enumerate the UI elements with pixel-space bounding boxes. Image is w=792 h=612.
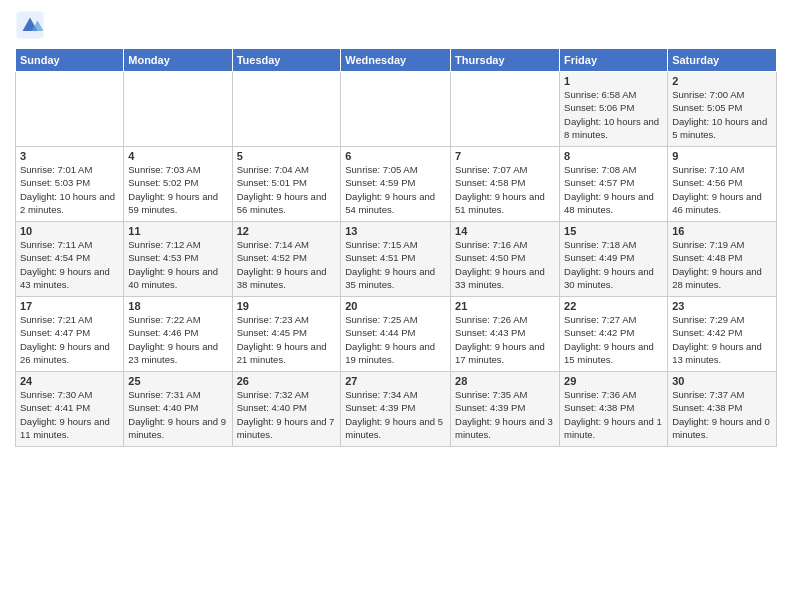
day-cell: 27Sunrise: 7:34 AM Sunset: 4:39 PM Dayli… — [341, 372, 451, 447]
day-number: 20 — [345, 300, 446, 312]
day-number: 7 — [455, 150, 555, 162]
weekday-header-monday: Monday — [124, 49, 232, 72]
day-cell: 6Sunrise: 7:05 AM Sunset: 4:59 PM Daylig… — [341, 147, 451, 222]
day-cell — [16, 72, 124, 147]
day-number: 11 — [128, 225, 227, 237]
week-row-3: 10Sunrise: 7:11 AM Sunset: 4:54 PM Dayli… — [16, 222, 777, 297]
day-info: Sunrise: 7:25 AM Sunset: 4:44 PM Dayligh… — [345, 313, 446, 366]
day-cell: 22Sunrise: 7:27 AM Sunset: 4:42 PM Dayli… — [560, 297, 668, 372]
day-number: 29 — [564, 375, 663, 387]
day-number: 15 — [564, 225, 663, 237]
weekday-header-sunday: Sunday — [16, 49, 124, 72]
day-cell: 21Sunrise: 7:26 AM Sunset: 4:43 PM Dayli… — [451, 297, 560, 372]
day-cell: 19Sunrise: 7:23 AM Sunset: 4:45 PM Dayli… — [232, 297, 341, 372]
day-info: Sunrise: 7:29 AM Sunset: 4:42 PM Dayligh… — [672, 313, 772, 366]
day-cell — [341, 72, 451, 147]
day-info: Sunrise: 7:14 AM Sunset: 4:52 PM Dayligh… — [237, 238, 337, 291]
day-info: Sunrise: 7:36 AM Sunset: 4:38 PM Dayligh… — [564, 388, 663, 441]
week-row-1: 1Sunrise: 6:58 AM Sunset: 5:06 PM Daylig… — [16, 72, 777, 147]
weekday-header-thursday: Thursday — [451, 49, 560, 72]
day-number: 2 — [672, 75, 772, 87]
header — [15, 10, 777, 40]
day-number: 17 — [20, 300, 119, 312]
day-info: Sunrise: 7:23 AM Sunset: 4:45 PM Dayligh… — [237, 313, 337, 366]
day-cell: 23Sunrise: 7:29 AM Sunset: 4:42 PM Dayli… — [668, 297, 777, 372]
day-info: Sunrise: 7:16 AM Sunset: 4:50 PM Dayligh… — [455, 238, 555, 291]
day-number: 9 — [672, 150, 772, 162]
day-number: 26 — [237, 375, 337, 387]
day-number: 24 — [20, 375, 119, 387]
day-cell: 17Sunrise: 7:21 AM Sunset: 4:47 PM Dayli… — [16, 297, 124, 372]
day-info: Sunrise: 6:58 AM Sunset: 5:06 PM Dayligh… — [564, 88, 663, 141]
day-number: 5 — [237, 150, 337, 162]
day-info: Sunrise: 7:26 AM Sunset: 4:43 PM Dayligh… — [455, 313, 555, 366]
weekday-header-friday: Friday — [560, 49, 668, 72]
day-number: 23 — [672, 300, 772, 312]
logo — [15, 10, 49, 40]
day-info: Sunrise: 7:34 AM Sunset: 4:39 PM Dayligh… — [345, 388, 446, 441]
week-row-5: 24Sunrise: 7:30 AM Sunset: 4:41 PM Dayli… — [16, 372, 777, 447]
day-info: Sunrise: 7:32 AM Sunset: 4:40 PM Dayligh… — [237, 388, 337, 441]
day-cell: 25Sunrise: 7:31 AM Sunset: 4:40 PM Dayli… — [124, 372, 232, 447]
day-info: Sunrise: 7:03 AM Sunset: 5:02 PM Dayligh… — [128, 163, 227, 216]
day-info: Sunrise: 7:18 AM Sunset: 4:49 PM Dayligh… — [564, 238, 663, 291]
day-info: Sunrise: 7:22 AM Sunset: 4:46 PM Dayligh… — [128, 313, 227, 366]
day-info: Sunrise: 7:08 AM Sunset: 4:57 PM Dayligh… — [564, 163, 663, 216]
day-cell — [124, 72, 232, 147]
day-number: 6 — [345, 150, 446, 162]
page-container: SundayMondayTuesdayWednesdayThursdayFrid… — [0, 0, 792, 452]
day-info: Sunrise: 7:19 AM Sunset: 4:48 PM Dayligh… — [672, 238, 772, 291]
day-cell: 28Sunrise: 7:35 AM Sunset: 4:39 PM Dayli… — [451, 372, 560, 447]
day-number: 19 — [237, 300, 337, 312]
day-cell: 15Sunrise: 7:18 AM Sunset: 4:49 PM Dayli… — [560, 222, 668, 297]
day-info: Sunrise: 7:05 AM Sunset: 4:59 PM Dayligh… — [345, 163, 446, 216]
day-info: Sunrise: 7:00 AM Sunset: 5:05 PM Dayligh… — [672, 88, 772, 141]
day-cell: 7Sunrise: 7:07 AM Sunset: 4:58 PM Daylig… — [451, 147, 560, 222]
day-number: 4 — [128, 150, 227, 162]
day-info: Sunrise: 7:31 AM Sunset: 4:40 PM Dayligh… — [128, 388, 227, 441]
day-cell: 13Sunrise: 7:15 AM Sunset: 4:51 PM Dayli… — [341, 222, 451, 297]
day-cell: 26Sunrise: 7:32 AM Sunset: 4:40 PM Dayli… — [232, 372, 341, 447]
day-info: Sunrise: 7:27 AM Sunset: 4:42 PM Dayligh… — [564, 313, 663, 366]
day-info: Sunrise: 7:12 AM Sunset: 4:53 PM Dayligh… — [128, 238, 227, 291]
day-number: 3 — [20, 150, 119, 162]
day-number: 13 — [345, 225, 446, 237]
day-cell: 24Sunrise: 7:30 AM Sunset: 4:41 PM Dayli… — [16, 372, 124, 447]
day-number: 1 — [564, 75, 663, 87]
day-cell: 2Sunrise: 7:00 AM Sunset: 5:05 PM Daylig… — [668, 72, 777, 147]
day-cell: 10Sunrise: 7:11 AM Sunset: 4:54 PM Dayli… — [16, 222, 124, 297]
day-cell: 16Sunrise: 7:19 AM Sunset: 4:48 PM Dayli… — [668, 222, 777, 297]
week-row-4: 17Sunrise: 7:21 AM Sunset: 4:47 PM Dayli… — [16, 297, 777, 372]
day-cell: 8Sunrise: 7:08 AM Sunset: 4:57 PM Daylig… — [560, 147, 668, 222]
day-cell: 14Sunrise: 7:16 AM Sunset: 4:50 PM Dayli… — [451, 222, 560, 297]
day-cell — [451, 72, 560, 147]
day-info: Sunrise: 7:15 AM Sunset: 4:51 PM Dayligh… — [345, 238, 446, 291]
day-info: Sunrise: 7:11 AM Sunset: 4:54 PM Dayligh… — [20, 238, 119, 291]
day-number: 14 — [455, 225, 555, 237]
weekday-header-tuesday: Tuesday — [232, 49, 341, 72]
day-cell: 5Sunrise: 7:04 AM Sunset: 5:01 PM Daylig… — [232, 147, 341, 222]
weekday-header-row: SundayMondayTuesdayWednesdayThursdayFrid… — [16, 49, 777, 72]
day-info: Sunrise: 7:07 AM Sunset: 4:58 PM Dayligh… — [455, 163, 555, 216]
day-info: Sunrise: 7:21 AM Sunset: 4:47 PM Dayligh… — [20, 313, 119, 366]
day-info: Sunrise: 7:35 AM Sunset: 4:39 PM Dayligh… — [455, 388, 555, 441]
day-info: Sunrise: 7:37 AM Sunset: 4:38 PM Dayligh… — [672, 388, 772, 441]
day-cell: 9Sunrise: 7:10 AM Sunset: 4:56 PM Daylig… — [668, 147, 777, 222]
day-cell — [232, 72, 341, 147]
day-cell: 29Sunrise: 7:36 AM Sunset: 4:38 PM Dayli… — [560, 372, 668, 447]
weekday-header-saturday: Saturday — [668, 49, 777, 72]
weekday-header-wednesday: Wednesday — [341, 49, 451, 72]
day-info: Sunrise: 7:10 AM Sunset: 4:56 PM Dayligh… — [672, 163, 772, 216]
day-cell: 18Sunrise: 7:22 AM Sunset: 4:46 PM Dayli… — [124, 297, 232, 372]
logo-icon — [15, 10, 45, 40]
day-number: 25 — [128, 375, 227, 387]
day-cell: 1Sunrise: 6:58 AM Sunset: 5:06 PM Daylig… — [560, 72, 668, 147]
day-number: 12 — [237, 225, 337, 237]
week-row-2: 3Sunrise: 7:01 AM Sunset: 5:03 PM Daylig… — [16, 147, 777, 222]
calendar-table: SundayMondayTuesdayWednesdayThursdayFrid… — [15, 48, 777, 447]
day-cell: 30Sunrise: 7:37 AM Sunset: 4:38 PM Dayli… — [668, 372, 777, 447]
day-number: 10 — [20, 225, 119, 237]
day-cell: 20Sunrise: 7:25 AM Sunset: 4:44 PM Dayli… — [341, 297, 451, 372]
day-number: 30 — [672, 375, 772, 387]
day-info: Sunrise: 7:04 AM Sunset: 5:01 PM Dayligh… — [237, 163, 337, 216]
